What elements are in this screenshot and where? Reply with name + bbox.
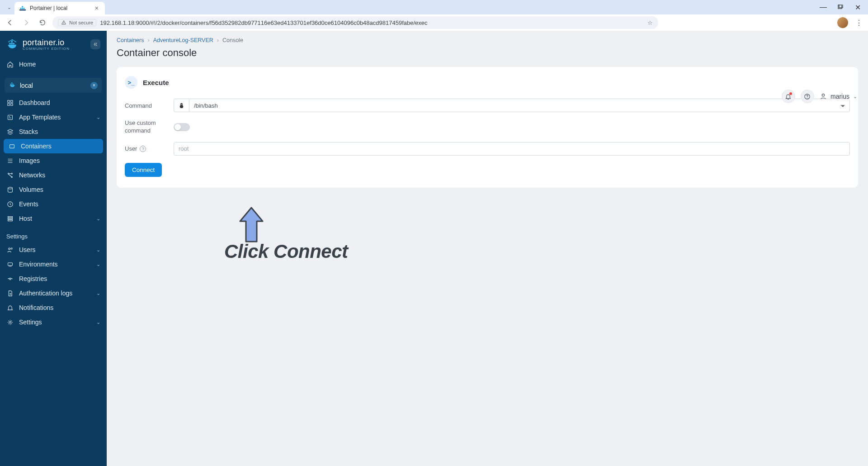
browser-menu-icon[interactable]: ⋮ (854, 19, 864, 27)
window-minimize[interactable]: — (820, 4, 826, 10)
browser-toolbar: Not secure 192.168.1.18:9000/#!/2/docker… (0, 14, 868, 31)
registries-icon (6, 276, 14, 282)
svg-rect-12 (13, 43, 14, 44)
sidebar-item-users[interactable]: Users⌄ (0, 243, 107, 257)
help-button[interactable] (801, 90, 814, 103)
sidebar-collapse-button[interactable] (90, 39, 100, 49)
tab-search-dropdown[interactable]: ⌄ (4, 5, 14, 10)
browser-tab[interactable]: Portainer | local × (14, 2, 105, 14)
security-label: Not secure (69, 20, 93, 25)
window-maximize[interactable] (837, 4, 844, 10)
breadcrumb: Containers › AdventureLog-SERVER › Conso… (117, 37, 858, 43)
bookmark-star-icon[interactable]: ☆ (647, 19, 653, 26)
sidebar-item-stacks[interactable]: Stacks (0, 124, 107, 139)
sidebar-item-dashboard[interactable]: Dashboard (0, 95, 107, 110)
breadcrumb-container-name[interactable]: AdventureLog-SERVER (153, 37, 213, 43)
environment-close[interactable]: × (90, 82, 98, 89)
sidebar-item-label: App Templates (19, 114, 61, 121)
home-icon (6, 61, 14, 68)
docker-icon (9, 81, 16, 90)
card-title: Execute (143, 79, 169, 86)
sidebar-item-home[interactable]: Home (0, 57, 107, 71)
sidebar-item-settings[interactable]: Settings⌄ (0, 315, 107, 329)
sidebar-item-events[interactable]: Events (0, 197, 107, 211)
window-controls: — ✕ (820, 4, 864, 10)
sidebar-item-label: Home (19, 61, 36, 68)
svg-point-40 (180, 105, 184, 108)
page-title: Container console (117, 47, 858, 59)
sidebar-item-label: Registries (19, 275, 47, 282)
user-help-icon[interactable]: ? (140, 146, 146, 152)
sidebar-item-label: Events (19, 200, 38, 208)
command-label: Command (125, 102, 174, 109)
sidebar-item-environments[interactable]: Environments⌄ (0, 257, 107, 271)
help-icon (804, 93, 811, 100)
connect-button[interactable]: Connect (125, 163, 162, 177)
profile-avatar[interactable] (837, 17, 848, 28)
sidebar-item-label: Authentication logs (19, 290, 72, 297)
user-menu[interactable]: marius ⌄ (820, 93, 857, 100)
sidebar-item-app-templates[interactable]: App Templates⌄ (0, 110, 107, 124)
custom-command-toggle[interactable] (174, 123, 190, 131)
sidebar-item-label: Dashboard (19, 99, 50, 106)
command-os-button[interactable] (174, 99, 189, 112)
sidebar-item-authentication-logs[interactable]: Authentication logs⌄ (0, 286, 107, 300)
sidebar-item-containers[interactable]: Containers (4, 139, 103, 153)
chevron-down-icon: ⌄ (96, 247, 100, 253)
sidebar-item-volumes[interactable]: Volumes (0, 182, 107, 197)
svg-rect-4 (838, 5, 842, 9)
svg-rect-1 (22, 8, 23, 9)
not-secure-icon (61, 20, 66, 25)
sidebar-item-label: Settings (19, 319, 42, 326)
sidebar-item-registries[interactable]: Registries (0, 271, 107, 286)
notification-dot (789, 92, 792, 95)
portainer-logo-icon (6, 38, 18, 50)
svg-point-32 (11, 247, 12, 249)
user-input[interactable] (174, 142, 850, 156)
svg-rect-20 (10, 103, 12, 105)
sidebar-item-label: Notifications (19, 304, 53, 311)
chevron-down-icon: ⌄ (96, 319, 100, 325)
portainer-favicon (19, 5, 26, 12)
address-bar[interactable]: Not secure 192.168.1.18:9000/#!/2/docker… (52, 16, 658, 29)
svg-rect-11 (11, 41, 13, 43)
svg-rect-3 (24, 8, 25, 9)
nav-reload[interactable] (36, 16, 49, 29)
security-chip[interactable]: Not secure (58, 19, 96, 26)
sidebar-item-label: Users (19, 246, 36, 253)
notifications-button[interactable] (782, 90, 795, 103)
svg-rect-33 (8, 262, 12, 265)
sidebar-item-label: Host (19, 215, 32, 222)
templates-icon (6, 114, 14, 121)
sidebar-settings-heading: Settings (0, 226, 107, 243)
svg-point-38 (822, 94, 824, 96)
command-select[interactable]: /bin/bash (189, 99, 850, 112)
chevron-left-double-icon (93, 42, 98, 47)
svg-rect-30 (8, 220, 12, 221)
chevron-down-icon: ⌄ (96, 114, 100, 120)
nav-forward[interactable] (20, 16, 33, 29)
nav-back[interactable] (4, 16, 16, 29)
window-close[interactable]: ✕ (854, 4, 861, 10)
svg-point-41 (181, 104, 181, 105)
sidebar-item-label: Volumes (19, 186, 43, 193)
svg-point-31 (8, 248, 10, 250)
breadcrumb-containers[interactable]: Containers (117, 37, 144, 43)
svg-rect-14 (11, 84, 12, 85)
sidebar-item-label: Environments (19, 261, 58, 268)
sidebar-item-networks[interactable]: Networks (0, 168, 107, 182)
terminal-icon: >_ (125, 76, 137, 89)
sidebar-item-host[interactable]: Host⌄ (0, 211, 107, 226)
svg-point-35 (9, 321, 11, 323)
environment-selector[interactable]: local × (5, 78, 102, 93)
chevron-down-icon: ⌄ (96, 216, 100, 222)
sidebar-item-images[interactable]: Images (0, 153, 107, 168)
tab-close-button[interactable]: × (93, 5, 100, 12)
environment-name: local (20, 82, 33, 89)
sidebar-item-notifications[interactable]: Notifications (0, 300, 107, 315)
user-icon (820, 93, 827, 100)
svg-rect-0 (20, 8, 22, 9)
chevron-down-icon: ⌄ (853, 94, 857, 100)
svg-rect-22 (9, 144, 14, 148)
svg-point-7 (64, 24, 64, 24)
